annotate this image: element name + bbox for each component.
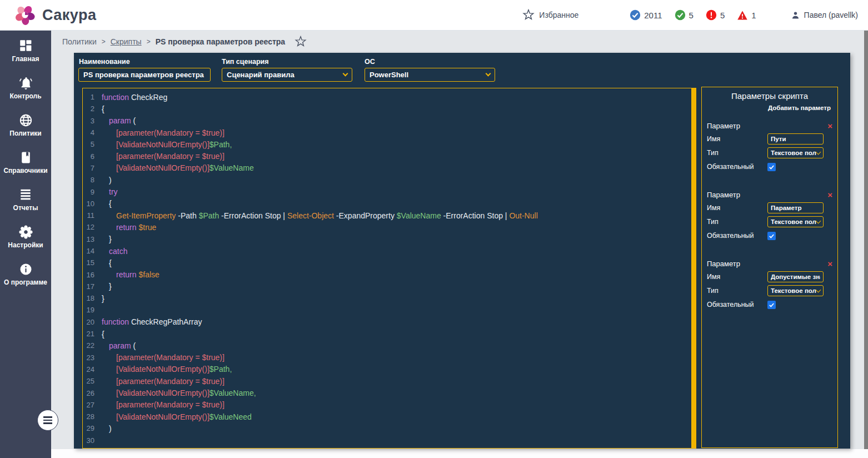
line-number: 30 — [83, 436, 102, 445]
globe-icon — [18, 112, 33, 128]
favorites-button[interactable]: Избранное — [522, 9, 578, 21]
line-number: 6 — [83, 152, 102, 161]
badge-total-count: 2011 — [644, 11, 662, 20]
breadcrumb-policies[interactable]: Политики — [62, 37, 97, 46]
parameter-name-input[interactable] — [767, 271, 824, 282]
line-code: try — [102, 187, 118, 196]
sidebar-item-label: Настройки — [8, 241, 43, 249]
line-number: 29 — [83, 424, 102, 432]
badge-success[interactable]: 5 — [675, 9, 694, 21]
parameter-name-input[interactable] — [767, 202, 824, 213]
line-code: [parameter(Mandatory = $true)] — [102, 353, 225, 362]
parameter-required-label: Обязательный — [707, 301, 767, 308]
sidebar-item-home[interactable]: Главная — [0, 38, 51, 75]
badge-error[interactable]: 5 — [706, 9, 725, 21]
sidebar-item-policies[interactable]: Политики — [0, 112, 51, 150]
code-line: 27 [parameter(Mandatory = $true)] — [83, 399, 696, 411]
code-line: 15 { — [83, 257, 696, 268]
code-line: 8 ) — [83, 174, 696, 186]
top-bar: Сакура Избранное 2011 5 5 — [0, 0, 868, 31]
sidebar-item-reports[interactable]: Отчеты — [0, 187, 51, 224]
line-number: 22 — [83, 341, 102, 350]
parameter-name-input[interactable] — [767, 133, 824, 145]
editor-scrollbar[interactable] — [691, 88, 696, 448]
parameter-type-select[interactable]: Текстовое поле — [767, 216, 824, 227]
bookmark-star-icon[interactable] — [295, 36, 307, 48]
warning-triangle-icon — [737, 9, 748, 21]
sidebar-item-control[interactable]: Контроль — [0, 75, 51, 112]
badge-warning[interactable]: 1 — [737, 9, 756, 21]
remove-parameter-icon[interactable]: × — [827, 191, 832, 199]
line-code: [ValidateNotNullOrEmpty()]$Path, — [102, 140, 232, 149]
parameter-required-checkbox[interactable] — [767, 232, 776, 240]
code-line: 28 [ValidateNotNullOrEmpty()]$ValueNeed — [83, 411, 696, 422]
line-number: 5 — [83, 140, 102, 148]
line-code: Get-ItemProperty -Path $Path -ErrorActio… — [102, 211, 538, 220]
line-code: [ValidateNotNullOrEmpty()]$Path, — [102, 365, 232, 374]
parameter-type-select[interactable]: Текстовое поле — [767, 285, 824, 296]
badge-warning-count: 1 — [751, 11, 756, 20]
line-code: function CheckReg — [102, 93, 167, 102]
os-select[interactable]: PowerShell — [365, 68, 495, 82]
line-code: [parameter(Mandatory = $true)] — [102, 152, 225, 161]
check-icon — [769, 164, 775, 170]
remove-parameter-icon[interactable]: × — [827, 260, 832, 268]
line-number: 14 — [83, 247, 102, 255]
badge-error-count: 5 — [720, 11, 725, 20]
line-code: { — [102, 199, 112, 208]
line-code: catch — [102, 247, 127, 256]
name-input[interactable] — [78, 68, 211, 82]
code-line: 4 [parameter(Mandatory = $true)] — [83, 127, 696, 138]
parameter-required-checkbox[interactable] — [767, 163, 776, 171]
line-code: { — [102, 104, 104, 113]
parameter-type-value: Текстовое поле — [771, 218, 816, 225]
dashboard-icon — [18, 38, 33, 53]
star-icon — [522, 9, 535, 21]
remove-parameter-icon[interactable]: × — [827, 122, 832, 130]
line-code: [parameter(Mandatory = $true)] — [102, 400, 225, 409]
info-icon — [18, 261, 33, 277]
add-parameter-button[interactable]: Добавить параметр — [702, 104, 831, 111]
check-circle-green-icon — [675, 9, 686, 21]
sidebar-item-about[interactable]: О программе — [0, 261, 51, 298]
line-number: 2 — [83, 104, 102, 113]
line-number: 18 — [83, 294, 102, 302]
breadcrumb-separator: > — [102, 38, 106, 46]
hamburger-icon — [43, 416, 52, 418]
scenario-type-value: Сценарий правила — [227, 71, 295, 79]
scenario-type-select[interactable]: Сценарий правила — [222, 68, 352, 82]
app-logo[interactable]: Сакура — [13, 3, 97, 27]
script-parameter-block: Параметр × Имя Тип Текстовое поле Обязат… — [707, 257, 832, 311]
code-line: 19 — [83, 304, 696, 316]
chevron-down-icon — [486, 71, 491, 77]
breadcrumb-separator: > — [147, 38, 151, 46]
badge-total[interactable]: 2011 — [630, 9, 662, 21]
line-code: [parameter(Mandatory = $true)] — [102, 128, 225, 137]
parameter-type-value: Текстовое поле — [771, 150, 816, 156]
sidebar-item-label: Контроль — [9, 92, 41, 100]
menu-toggle-button[interactable] — [37, 410, 58, 431]
book-icon — [18, 150, 33, 165]
page-scrollbar[interactable] — [864, 31, 868, 449]
os-label: ОС — [365, 58, 375, 66]
code-line: 12 return $true — [83, 221, 696, 233]
line-number: 19 — [83, 306, 102, 314]
sidebar-item-settings[interactable]: Настройки — [0, 224, 51, 261]
bell-icon — [18, 75, 33, 91]
line-number: 13 — [83, 235, 102, 243]
content-area: Политики > Скрипты > PS проверка парамет… — [51, 31, 868, 458]
sakura-flower-icon — [13, 3, 37, 27]
breadcrumb-scripts[interactable]: Скрипты — [111, 37, 142, 46]
sidebar-item-directories[interactable]: Справочники — [0, 150, 51, 187]
code-line: 18 } — [83, 292, 696, 304]
parameter-blocks: Параметр × Имя Тип Текстовое поле Обязат… — [702, 120, 837, 311]
code-line: 22 param ( — [83, 340, 696, 351]
user-menu[interactable]: Павел (pavellk) — [791, 11, 858, 20]
parameter-type-select[interactable]: Текстовое поле — [767, 147, 824, 158]
line-code: [ValidateNotNullOrEmpty()]$ValueName — [102, 163, 254, 172]
parameter-required-checkbox[interactable] — [767, 301, 776, 309]
code-line: 30 — [83, 435, 696, 446]
line-number: 4 — [83, 128, 102, 137]
line-code: [ValidateNotNullOrEmpty()]$ValueName, — [102, 389, 256, 397]
code-editor[interactable]: 1 function CheckReg 2 { 3 param ( 4 [par… — [82, 88, 696, 449]
